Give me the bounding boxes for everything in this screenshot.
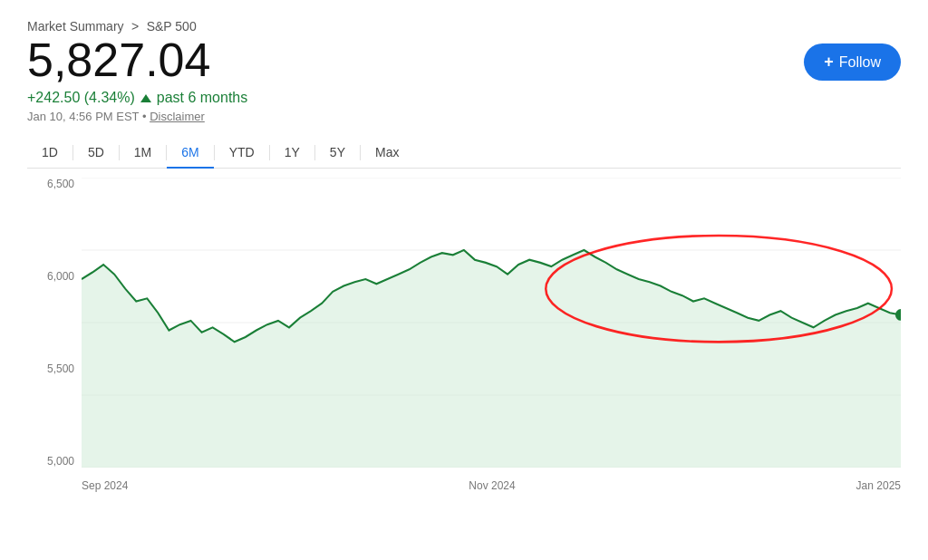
chart-area: 6,5006,0005,5005,000 Sep 2024Nov 2024Jan…	[27, 178, 901, 504]
x-axis-labels: Sep 2024Nov 2024Jan 2025	[82, 468, 901, 504]
y-axis-label: 5,000	[27, 455, 82, 468]
change-value: +242.50 (4.34%)	[27, 90, 135, 106]
x-axis-label: Sep 2024	[82, 479, 128, 492]
chart-container	[82, 178, 901, 468]
x-axis-label: Jan 2025	[856, 479, 901, 492]
y-axis-label: 5,500	[27, 362, 82, 375]
breadcrumb-current: S&P 500	[147, 19, 197, 34]
breadcrumb-market[interactable]: Market Summary	[27, 19, 124, 34]
y-axis-labels: 6,5006,0005,5005,000	[27, 178, 82, 468]
tab-ytd[interactable]: YTD	[215, 138, 269, 169]
timestamp-separator: •	[142, 110, 150, 123]
timestamp-text: Jan 10, 4:56 PM EST	[27, 110, 139, 123]
tabs-container: 1D5D1M6MYTD1Y5YMax	[27, 138, 901, 169]
breadcrumb-separator: >	[131, 19, 139, 34]
tab-6m[interactable]: 6M	[167, 138, 213, 169]
price-section: 5,827.04 +242.50 (4.34%) past 6 months J…	[27, 34, 247, 123]
disclaimer-link[interactable]: Disclaimer	[150, 110, 205, 123]
tab-1m[interactable]: 1M	[120, 138, 166, 169]
tab-1y[interactable]: 1Y	[270, 138, 314, 169]
stock-chart	[82, 178, 901, 468]
follow-label: Follow	[839, 54, 881, 71]
timestamp: Jan 10, 4:56 PM EST • Disclaimer	[27, 110, 247, 123]
price-value: 5,827.04	[27, 34, 247, 86]
change-period: past 6 months	[157, 90, 248, 106]
tab-1d[interactable]: 1D	[27, 138, 72, 169]
tab-max[interactable]: Max	[361, 138, 413, 169]
y-axis-label: 6,500	[27, 178, 82, 190]
breadcrumb: Market Summary > S&P 500	[27, 18, 901, 34]
arrow-up-icon	[140, 94, 151, 102]
change-row: +242.50 (4.34%) past 6 months	[27, 90, 247, 106]
follow-button[interactable]: + Follow	[804, 43, 901, 81]
price-row: 5,827.04 +242.50 (4.34%) past 6 months J…	[27, 34, 901, 123]
x-axis-label: Nov 2024	[469, 479, 515, 492]
tab-5y[interactable]: 5Y	[315, 138, 360, 169]
follow-plus: +	[824, 53, 834, 72]
y-axis-label: 6,000	[27, 270, 82, 283]
tab-5d[interactable]: 5D	[73, 138, 119, 169]
